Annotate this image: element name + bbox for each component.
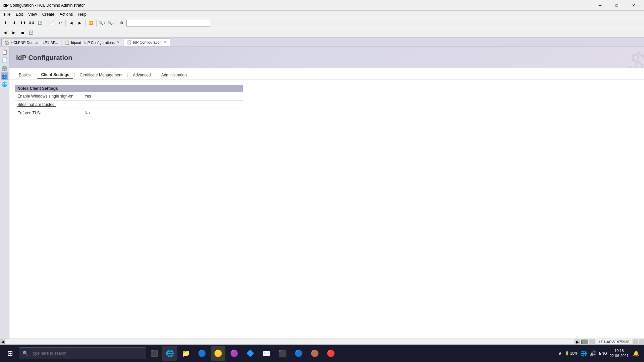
menu-help[interactable]: Help xyxy=(75,11,89,17)
form-label: Enable Windows single sign-on: xyxy=(15,92,82,101)
sidebar-item-5[interactable]: 🌐 xyxy=(1,80,8,88)
search-bar[interactable]: 🔍 xyxy=(19,347,146,359)
h-scrollbar[interactable]: ◀ ▶ LP1-AP-51875936 xyxy=(0,339,644,345)
tab-idp-config[interactable]: 📋 IdP Configuration ✕ xyxy=(124,39,170,46)
sidebar: 📋 📄 🏢 👥 🌐 xyxy=(0,47,9,342)
status-bar-right: LP1-AP-51875936 xyxy=(581,340,644,344)
sidebar-item-3[interactable]: 🏢 xyxy=(1,64,8,72)
status-btn4 xyxy=(639,340,644,344)
toolbar: ⬆ ⬇ ⬆⬆ ⬇⬇ 🔃 📄 ↩ ◀ ▶ ⏩ 🔍+ 🔍- ⚙ xyxy=(0,18,644,28)
toolbar-btn-1[interactable]: ⬆ xyxy=(1,19,9,27)
tray-chevron[interactable]: ∧ xyxy=(558,350,562,357)
taskbar-app-mail[interactable]: ✉️ xyxy=(259,346,274,361)
taskbar-app-lotusscript[interactable]: 🟡 xyxy=(211,346,225,361)
notification-button[interactable]: 🔔 xyxy=(631,346,641,361)
taskbar-app-edge[interactable]: 🌐 xyxy=(162,346,177,361)
toolbar-btn-6[interactable]: 📄 xyxy=(47,19,55,27)
clock-date: 22-06-2021 xyxy=(610,353,629,358)
tab-idp-config-label: IdP Configuration xyxy=(133,40,162,44)
menu-create[interactable]: Create xyxy=(40,11,57,17)
tab-advanced[interactable]: Advanced xyxy=(129,71,155,79)
toolbar2-btn-back[interactable]: ◀ xyxy=(1,29,9,37)
clock[interactable]: 10:18 22-06-2021 xyxy=(610,348,629,359)
tab-basics[interactable]: Basics xyxy=(15,71,35,79)
scroll-right-btn[interactable]: ▶ xyxy=(575,340,580,344)
tab-hclpnp[interactable]: 🏠 HCLPNP Domain - LP1-AP... xyxy=(1,39,61,46)
taskbar-app-explorer[interactable]: 📁 xyxy=(178,346,193,361)
sidebar-item-1[interactable]: 📋 xyxy=(1,48,8,56)
maximize-button[interactable]: □ xyxy=(609,0,625,11)
taskbar-app-word[interactable]: 🔵 xyxy=(291,346,306,361)
toolbar-btn-13[interactable]: ⚙ xyxy=(118,19,126,27)
tab-idp-config-close[interactable]: ✕ xyxy=(163,41,167,44)
form-area: Notes Client Settings Enable Windows sin… xyxy=(9,79,644,123)
toolbar-btn-8[interactable]: ◀ xyxy=(67,19,75,27)
form-value: Yes xyxy=(82,92,243,101)
taskbar-app-notes[interactable]: 🔷 xyxy=(243,346,258,361)
form-label: Sites that are trusted: xyxy=(15,101,82,109)
table-row: Enforce TLS:No xyxy=(15,109,243,117)
table-row: Enable Windows single sign-on:Yes xyxy=(15,92,243,101)
toolbar-btn-10[interactable]: ⏩ xyxy=(87,19,95,27)
toolbar-btn-11[interactable]: 🔍+ xyxy=(98,19,106,27)
menu-file[interactable]: File xyxy=(1,11,13,17)
h-scroll-track[interactable] xyxy=(5,340,575,344)
toolbar-sep-5 xyxy=(116,20,116,26)
toolbar-sep-2 xyxy=(65,20,66,26)
section-header: Notes Client Settings xyxy=(15,85,243,92)
sidebar-item-4[interactable]: 👥 xyxy=(1,72,8,80)
toolbar2-btn-fwd[interactable]: ▶ xyxy=(10,29,17,37)
tab-administration[interactable]: Administration xyxy=(157,71,191,79)
form-value: No xyxy=(82,109,243,117)
volume-icon[interactable]: 🔊 xyxy=(590,350,596,357)
language-indicator: ENG xyxy=(599,351,607,355)
taskbar-app-extra[interactable]: 🔴 xyxy=(323,346,338,361)
toolbar-btn-4[interactable]: ⬇⬇ xyxy=(28,19,36,27)
taskbar-app-domino[interactable]: ⬛ xyxy=(275,346,290,361)
toolbar-btn-7[interactable]: ↩ xyxy=(56,19,64,27)
status-btn2 xyxy=(589,340,595,344)
toolbar-btn-3[interactable]: ⬆⬆ xyxy=(19,19,27,27)
tab-client-settings[interactable]: Client Settings xyxy=(37,71,73,79)
toolbar2-btn-refresh[interactable]: 🔃 xyxy=(28,29,35,37)
form-label: Enforce TLS: xyxy=(15,109,82,117)
network-icon[interactable]: 🌐 xyxy=(580,350,587,357)
search-icon: 🔍 xyxy=(22,351,28,356)
menu-bar: File Edit View Create Actions Help xyxy=(0,11,644,18)
menu-edit[interactable]: Edit xyxy=(13,11,25,17)
form-rows-body: Enable Windows single sign-on:YesSites t… xyxy=(15,92,243,117)
toolbar-btn-12[interactable]: 🔍- xyxy=(107,19,115,27)
clock-time: 10:18 xyxy=(610,348,629,353)
menu-actions[interactable]: Actions xyxy=(57,11,75,17)
close-button[interactable]: ✕ xyxy=(626,0,641,11)
toolbar-sep-4 xyxy=(96,20,97,26)
status-btn3 xyxy=(633,340,638,344)
scroll-left-btn[interactable]: ◀ xyxy=(0,340,5,344)
minimize-button[interactable]: ─ xyxy=(592,0,608,11)
start-button[interactable]: ⊞ xyxy=(3,346,17,361)
tab-idpcat[interactable]: 📋 Idpcat - IdP Configurations ✕ xyxy=(62,39,123,46)
tab-certificate-management[interactable]: Certificate Management xyxy=(76,71,126,79)
taskbar: ⊞ 🔍 ⬛ 🌐 📁 🔵 🟡 🟣 🔷 ✉️ ⬛ 🔵 🟤 🔴 ∧ 🔋 18% 🌐 🔊… xyxy=(0,345,644,362)
menu-view[interactable]: View xyxy=(25,11,40,17)
search-input[interactable] xyxy=(31,351,143,356)
banner-watermark: $ xyxy=(629,47,644,68)
task-view-button[interactable]: ⬛ xyxy=(148,346,161,361)
toolbar-sep-3 xyxy=(85,20,86,26)
taskbar-app-chrome[interactable]: 🔵 xyxy=(195,346,209,361)
toolbar-btn-9[interactable]: ▶ xyxy=(76,19,84,27)
content-tab-sep-1: | xyxy=(35,73,37,77)
taskbar-app-teams[interactable]: 🟣 xyxy=(227,346,241,361)
toolbar-btn-2[interactable]: ⬇ xyxy=(10,19,18,27)
tab-idpcat-close[interactable]: ✕ xyxy=(116,41,120,44)
content-tabs: Basics | Client Settings | Certificate M… xyxy=(9,68,644,79)
form-value xyxy=(82,101,243,109)
toolbar-btn-5[interactable]: 🔃 xyxy=(36,19,44,27)
content-tab-sep-3: | xyxy=(126,73,129,77)
toolbar2-btn-stop[interactable]: ⏹ xyxy=(19,29,26,37)
title-bar-controls: ─ □ ✕ xyxy=(592,0,641,11)
banner: IdP Configuration $ xyxy=(9,47,644,68)
taskbar-app-domino2[interactable]: 🟤 xyxy=(307,346,322,361)
toolbar-search-input[interactable] xyxy=(126,20,210,26)
sidebar-item-2[interactable]: 📄 xyxy=(1,56,8,64)
